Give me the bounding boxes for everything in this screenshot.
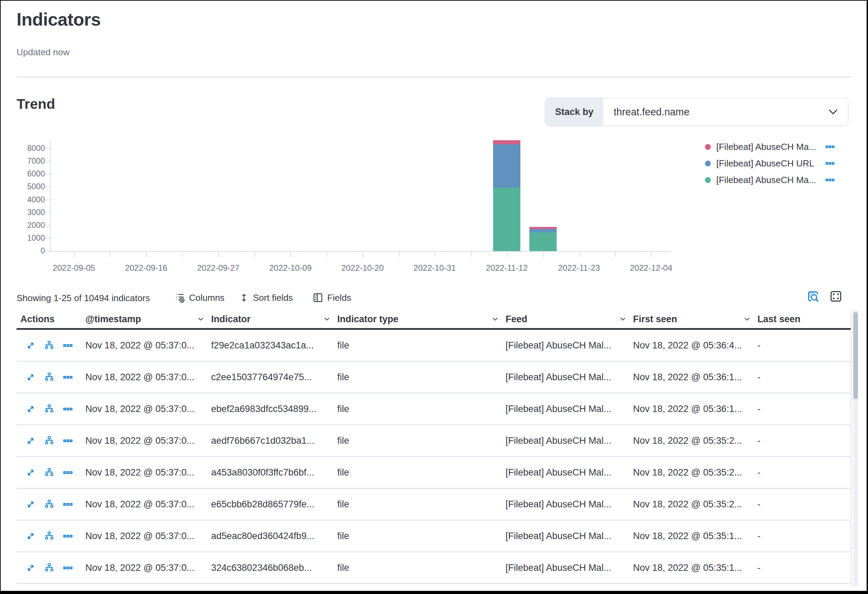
x-axis-tick-label: 2022-10-09 <box>259 263 321 273</box>
x-axis-tick-label: 2022-10-31 <box>404 263 466 273</box>
fullscreen-button[interactable] <box>830 290 842 302</box>
y-axis-tick-label: 4000 <box>13 195 45 205</box>
bar-segment[interactable] <box>529 233 557 251</box>
open-details-button[interactable] <box>26 468 35 477</box>
indicator-cell: ad5eac80ed360424fb9... <box>211 520 337 551</box>
expand-icon <box>26 404 35 414</box>
investigate-timeline-icon <box>44 341 54 350</box>
open-details-button[interactable] <box>26 341 35 350</box>
legend-item[interactable]: [Filebeat] AbuseCH Ma... <box>705 140 852 153</box>
expand-icon <box>26 341 35 350</box>
feed-cell: [Filebeat] AbuseCH Mal... <box>506 361 633 393</box>
open-details-button[interactable] <box>26 404 35 414</box>
investigate-in-timeline-button[interactable] <box>44 436 54 445</box>
table-row: Nov 18, 2022 @ 05:37:0...324c63802346b06… <box>16 552 851 584</box>
stack-by-value: threat.feed.name <box>603 98 827 126</box>
chevron-down-icon[interactable] <box>196 315 205 323</box>
columns-button-label: Columns <box>189 292 224 303</box>
row-actions-cell <box>16 457 86 488</box>
timestamp-cell: Nov 18, 2022 @ 05:37:0... <box>86 489 211 520</box>
stack-by-select[interactable]: Stack by threat.feed.name <box>545 98 848 126</box>
investigate-in-timeline-button[interactable] <box>44 563 54 573</box>
column-header--timestamp[interactable]: @timestamp <box>86 310 211 328</box>
legend-color-dot-icon <box>705 161 711 167</box>
indicators-table: Actions@timestampIndicatorIndicator type… <box>16 310 851 584</box>
expand-icon <box>26 532 35 541</box>
trend-heading: Trend <box>16 96 55 112</box>
column-header-first-seen[interactable]: First seen <box>633 310 757 328</box>
timestamp-cell: Nov 18, 2022 @ 05:37:0... <box>86 394 211 424</box>
more-actions-button[interactable] <box>63 404 72 414</box>
more-actions-button[interactable] <box>63 436 72 445</box>
column-header-indicator-type[interactable]: Indicator type <box>337 310 506 328</box>
investigate-in-timeline-button[interactable] <box>44 404 54 414</box>
sort-fields-button[interactable]: Sort fields <box>239 291 293 305</box>
columns-button[interactable]: Columns <box>174 291 224 305</box>
boxes-horizontal-icon <box>63 468 72 477</box>
last-seen-cell: - <box>757 361 851 393</box>
investigate-in-timeline-button[interactable] <box>44 500 54 509</box>
table-row: Nov 18, 2022 @ 05:37:0...c2ee15037764974… <box>16 361 851 394</box>
chevron-down-icon[interactable] <box>491 315 499 323</box>
open-details-button[interactable] <box>26 532 35 541</box>
y-axis-tick-label: 0 <box>13 246 45 255</box>
last-seen-cell: - <box>757 552 851 583</box>
sortable-arrows-icon <box>239 293 249 302</box>
bar-segment[interactable] <box>529 227 557 229</box>
bar-segment[interactable] <box>493 144 520 187</box>
open-details-button[interactable] <box>26 500 35 509</box>
indicator-type-cell: file <box>337 361 506 393</box>
chevron-down-icon[interactable] <box>619 315 627 323</box>
more-actions-button[interactable] <box>63 500 72 509</box>
indicator-cell: a453a8030f0f3ffc7b6bf... <box>211 457 337 488</box>
investigate-in-timeline-button[interactable] <box>44 341 54 350</box>
more-actions-button[interactable] <box>63 563 72 573</box>
table-scrollbar-thumb[interactable] <box>853 312 858 399</box>
legend-more-actions-button[interactable] <box>825 159 834 168</box>
timestamp-cell: Nov 18, 2022 @ 05:37:0... <box>86 425 211 456</box>
table-header-row: Actions@timestampIndicatorIndicator type… <box>16 310 851 330</box>
legend-item[interactable]: [Filebeat] AbuseCH Ma... <box>705 174 852 186</box>
chevron-down-icon[interactable] <box>323 315 331 323</box>
x-axis-tick-label: 2022-09-05 <box>43 263 105 273</box>
row-actions-cell <box>16 520 86 551</box>
x-axis-tick-label: 2022-09-16 <box>115 263 177 273</box>
column-header-feed[interactable]: Feed <box>506 310 633 328</box>
more-actions-button[interactable] <box>63 373 72 382</box>
bar-segment[interactable] <box>493 140 520 144</box>
legend-item[interactable]: [Filebeat] AbuseCH URL <box>705 157 852 170</box>
indicator-cell: c2ee15037764974e75... <box>211 361 337 393</box>
boxes-horizontal-icon <box>63 436 72 445</box>
last-seen-cell: - <box>757 330 851 361</box>
legend-more-actions-button[interactable] <box>825 175 834 184</box>
bar-segment[interactable] <box>529 229 557 233</box>
investigate-timeline-icon <box>44 532 54 541</box>
inspect-button[interactable] <box>807 290 819 302</box>
bar-segment[interactable] <box>493 187 520 251</box>
first-seen-cell: Nov 18, 2022 @ 05:36:1... <box>633 394 757 424</box>
more-actions-button[interactable] <box>63 341 72 350</box>
last-seen-cell: - <box>757 457 851 488</box>
boxes-horizontal-icon <box>63 532 72 541</box>
investigate-in-timeline-button[interactable] <box>44 468 54 477</box>
row-actions-cell <box>16 330 86 361</box>
column-header-label: Indicator type <box>337 314 399 325</box>
investigate-in-timeline-button[interactable] <box>44 532 54 541</box>
open-details-button[interactable] <box>26 563 35 573</box>
more-actions-button[interactable] <box>63 468 72 477</box>
boxes-horizontal-icon <box>825 159 834 168</box>
investigate-in-timeline-button[interactable] <box>44 373 54 382</box>
last-seen-cell: - <box>757 394 851 424</box>
fields-button[interactable]: Fields <box>313 291 351 305</box>
more-actions-button[interactable] <box>63 532 72 541</box>
legend-more-actions-button[interactable] <box>825 142 834 151</box>
investigate-timeline-icon <box>44 500 54 509</box>
inspect-icon <box>807 290 819 302</box>
timestamp-cell: Nov 18, 2022 @ 05:37:0... <box>86 520 211 551</box>
open-details-button[interactable] <box>26 373 35 382</box>
open-details-button[interactable] <box>26 436 35 445</box>
investigate-timeline-icon <box>44 404 54 414</box>
first-seen-cell: Nov 18, 2022 @ 05:36:4... <box>633 330 757 361</box>
column-header-indicator[interactable]: Indicator <box>211 310 337 328</box>
chevron-down-icon[interactable] <box>743 315 751 323</box>
